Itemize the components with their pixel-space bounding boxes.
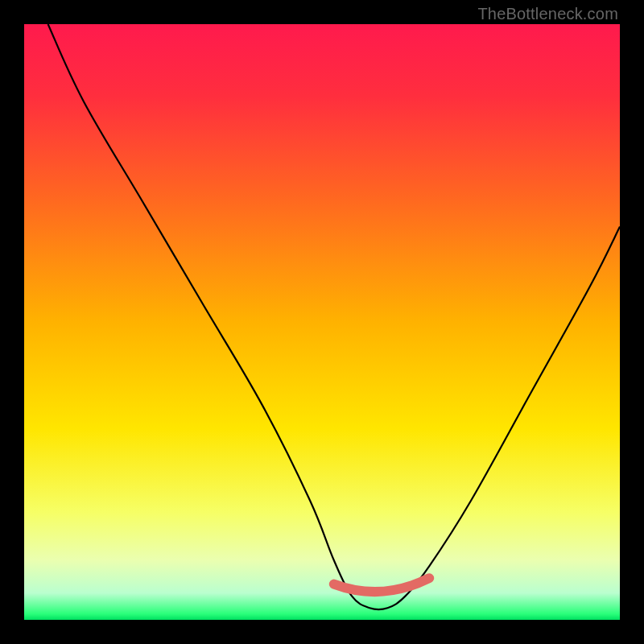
watermark-text: TheBottleneck.com [477,5,618,23]
chart-frame: TheBottleneck.com [0,0,644,644]
curve-layer [24,24,620,620]
bottleneck-curve [48,24,620,609]
plot-area [24,24,620,620]
optimal-zone-marker [334,578,429,592]
